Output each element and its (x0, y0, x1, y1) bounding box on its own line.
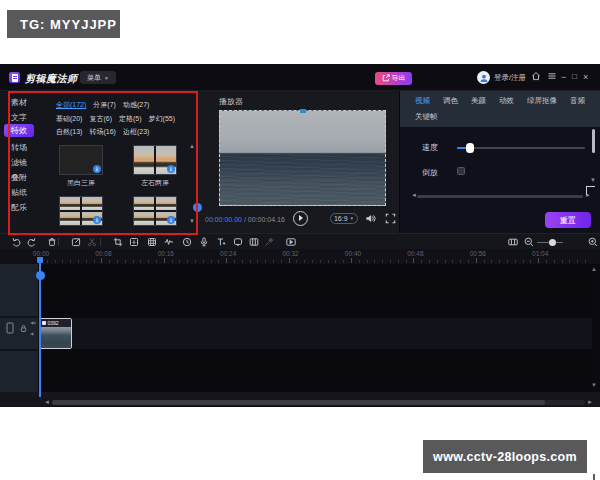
edit-icon[interactable] (71, 237, 81, 247)
timeline-ruler[interactable]: 00:0000:0800:1600:2400:3200:4000:4800:56… (0, 249, 600, 264)
category-link[interactable]: 自然(13) (56, 127, 82, 137)
time-display: 00:00:00.00 / 00:00:04.16 (205, 216, 285, 223)
timeline-vscrollbar[interactable] (593, 474, 595, 480)
login-link[interactable]: 登录/注册 (494, 73, 526, 83)
speed-slider-thumb[interactable] (466, 143, 474, 153)
props-hscrollbar[interactable] (417, 195, 583, 198)
scroll-left-icon[interactable]: ◄ (44, 399, 50, 405)
sidebar-item[interactable]: 素材 (4, 96, 34, 109)
minimize-button[interactable]: − (561, 70, 566, 84)
split-icon[interactable] (87, 237, 97, 247)
freeze-frame-icon[interactable] (129, 237, 139, 247)
timeline-tracks: 0392 ▲ ▼ (0, 264, 600, 392)
reset-button[interactable]: 重置 (545, 212, 591, 228)
reverse-checkbox[interactable] (457, 167, 465, 175)
selection-handle[interactable] (300, 109, 306, 113)
close-button[interactable]: × (583, 70, 588, 84)
add-to-track-icon[interactable] (286, 237, 296, 247)
crop-icon[interactable] (113, 237, 123, 247)
hamburger-menu-icon[interactable] (547, 71, 557, 81)
tab-active[interactable]: 视频 (415, 96, 430, 106)
tab-keyframe[interactable]: 关键帧 (415, 112, 438, 122)
category-link[interactable]: 基础(20) (56, 114, 82, 124)
scroll-up-icon[interactable]: ▲ (189, 143, 195, 149)
category-link[interactable]: 全部(172) (56, 100, 86, 110)
home-icon[interactable] (531, 71, 541, 81)
mosaic-icon[interactable] (147, 237, 157, 247)
scroll-down-icon[interactable]: ▼ (189, 218, 195, 224)
aspect-ratio-select[interactable]: 16:9▼ (330, 213, 358, 224)
audio-wave-icon[interactable] (164, 237, 174, 247)
category-link[interactable]: 分屏(7) (93, 100, 116, 110)
scroll-up-icon[interactable]: ▲ (591, 266, 597, 272)
scroll-down-icon[interactable]: ▼ (591, 382, 597, 388)
sidebar-item[interactable]: 滤镜 (4, 156, 34, 169)
delete-icon[interactable] (47, 237, 57, 247)
redo-icon[interactable] (26, 237, 36, 247)
sidebar-item[interactable]: 转场 (4, 141, 34, 154)
tab-item[interactable]: 绿屏抠像 (527, 96, 557, 106)
category-link[interactable]: 边框(23) (123, 127, 149, 137)
category-link[interactable]: 梦幻(55) (149, 114, 175, 124)
lock-icon[interactable] (19, 324, 28, 333)
track-2[interactable] (38, 318, 592, 349)
fullscreen-icon[interactable] (385, 213, 396, 224)
effect-thumbnail[interactable] (59, 196, 103, 226)
video-preview[interactable] (219, 110, 386, 206)
scroll-down-icon[interactable]: ▼ (590, 177, 596, 183)
props-vscrollbar[interactable] (592, 129, 595, 153)
tab-item[interactable]: 动效 (499, 96, 514, 106)
hscrollbar-thumb[interactable] (52, 400, 545, 405)
maximize-button[interactable]: □ (572, 70, 577, 84)
collage-icon[interactable] (249, 237, 259, 247)
hide-icon[interactable] (30, 331, 36, 337)
chevron-down-icon: ▼ (350, 216, 354, 221)
playhead-handle[interactable] (36, 271, 45, 280)
ruler-tick (257, 260, 258, 263)
download-icon (93, 165, 101, 173)
ruler-tick (78, 260, 79, 263)
menu-button[interactable]: 菜单▼ (80, 71, 116, 84)
ruler-tick (390, 260, 391, 263)
sidebar-item[interactable]: 特效 (4, 124, 34, 137)
sticker-icon[interactable] (233, 237, 243, 247)
storyboard-icon[interactable] (508, 237, 518, 247)
track-1[interactable] (38, 264, 592, 316)
video-clip[interactable]: 0392 (39, 318, 72, 349)
zoom-slider-thumb[interactable] (549, 239, 556, 246)
tab-item[interactable]: 美颜 (471, 96, 486, 106)
tab-item[interactable]: 音频 (570, 96, 585, 106)
scroll-left-icon[interactable]: ◄ (411, 192, 417, 198)
effect-thumbnail[interactable] (133, 196, 177, 226)
effect-thumbnail[interactable] (133, 145, 177, 175)
sidebar-item[interactable]: 配乐 (4, 201, 34, 214)
track-3[interactable] (38, 351, 592, 392)
category-link[interactable]: 转场(16) (89, 127, 115, 137)
effect-thumbnail[interactable] (59, 145, 103, 175)
category-link[interactable]: 动感(27) (123, 100, 149, 110)
duration-clock-icon[interactable] (182, 237, 192, 247)
voiceover-mic-icon[interactable] (199, 237, 209, 247)
volume-icon[interactable] (365, 213, 376, 224)
play-button[interactable] (293, 211, 308, 226)
add-text-icon[interactable] (216, 237, 226, 247)
sidebar-item[interactable]: 贴纸 (4, 186, 34, 199)
zoom-out-icon[interactable] (524, 237, 534, 247)
category-link[interactable]: 定格(5) (119, 114, 142, 124)
scroll-right-icon[interactable]: ► (587, 399, 593, 405)
speed-slider-track[interactable] (457, 147, 585, 150)
export-button[interactable]: 导出 (375, 72, 412, 85)
effects-panel: 素材文字特效转场滤镜叠附贴纸配乐 全部(172)分屏(7)动感(27)基础(20… (0, 91, 197, 233)
ruler-label: 00:00 (33, 250, 49, 257)
zoom-in-icon[interactable] (588, 237, 598, 247)
resize-corner-icon[interactable] (586, 186, 595, 195)
mute-icon[interactable] (30, 320, 36, 326)
sidebar-item[interactable]: 文字 (4, 111, 34, 124)
category-link[interactable]: 复古(6) (89, 114, 112, 124)
avatar[interactable] (477, 71, 490, 84)
undo-icon[interactable] (12, 237, 22, 247)
tab-item[interactable]: 调色 (443, 96, 458, 106)
sidebar-item[interactable]: 叠附 (4, 171, 34, 184)
ruler-label: 00:08 (95, 250, 111, 257)
chroma-icon[interactable] (264, 237, 274, 247)
